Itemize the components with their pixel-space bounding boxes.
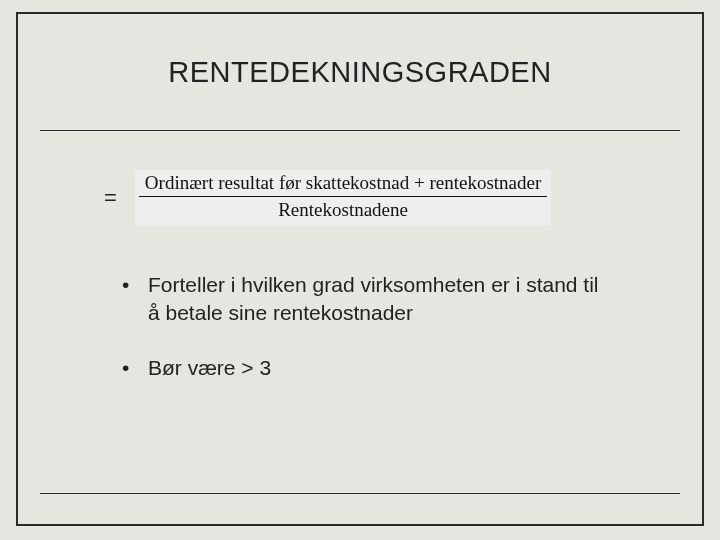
- content-region: = Ordinært resultat før skattekostnad + …: [78, 144, 642, 408]
- list-item: Forteller i hvilken grad virksomheten er…: [122, 271, 602, 328]
- list-item: Bør være > 3: [122, 354, 602, 382]
- slide-title: RENTEDEKNINGSGRADEN: [40, 32, 680, 89]
- formula-denominator: Rentekostnadene: [139, 197, 547, 221]
- formula-numerator: Ordinært resultat før skattekostnad + re…: [139, 172, 547, 197]
- bullet-list: Forteller i hvilken grad virksomheten er…: [122, 271, 642, 382]
- equals-sign: =: [104, 185, 117, 211]
- formula-row: = Ordinært resultat før skattekostnad + …: [104, 170, 642, 225]
- divider-bottom: [40, 493, 680, 494]
- slide-frame: RENTEDEKNINGSGRADEN = Ordinært resultat …: [16, 12, 704, 526]
- title-region: RENTEDEKNINGSGRADEN: [40, 32, 680, 128]
- divider-top: [40, 130, 680, 131]
- formula-fraction: Ordinært resultat før skattekostnad + re…: [135, 170, 551, 225]
